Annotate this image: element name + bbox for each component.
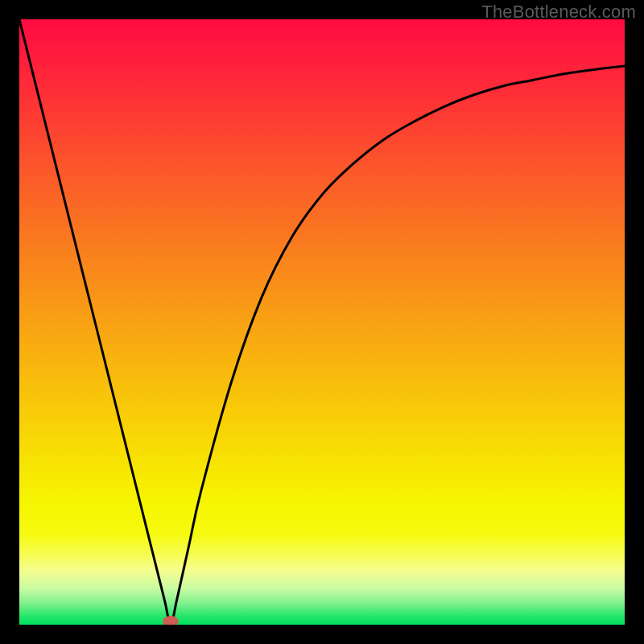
watermark-text: TheBottleneck.com xyxy=(481,2,636,23)
chart-canvas xyxy=(19,19,625,625)
chart-frame xyxy=(19,19,625,625)
gradient-background xyxy=(19,19,625,625)
